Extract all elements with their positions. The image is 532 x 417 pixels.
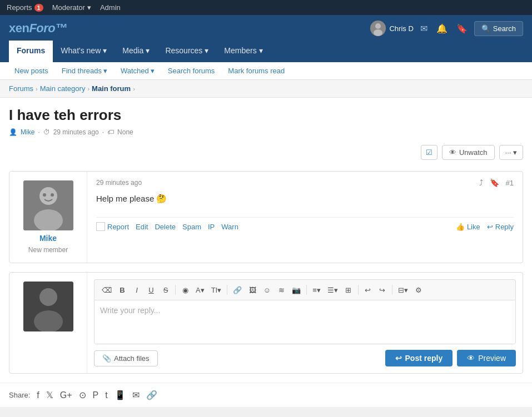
twitter-share-icon[interactable]: 𝕏 xyxy=(46,390,53,400)
spam-link[interactable]: Spam xyxy=(182,223,201,231)
share-bar: Share: f 𝕏 G+ ⊙ P t 📱 ✉ 🔗 xyxy=(0,383,532,407)
nav-watched[interactable]: Watched ▾ xyxy=(115,62,160,79)
reddit-share-icon[interactable]: ⊙ xyxy=(79,390,86,400)
user-info[interactable]: Chris D xyxy=(370,21,413,36)
nav-resources[interactable]: Resources ▾ xyxy=(157,41,216,62)
reply-sidebar xyxy=(9,273,87,373)
toolbar-template-button[interactable]: ⊟▾ xyxy=(395,283,411,297)
nav-members[interactable]: Members ▾ xyxy=(216,41,270,62)
editor-footer-right: ↩ Post reply 👁 Preview xyxy=(385,350,516,366)
nav-resources-chevron: ▾ xyxy=(205,46,208,55)
bookmark-post-icon[interactable]: 🔖 xyxy=(490,178,499,187)
alerts-icon[interactable]: 🔔 xyxy=(434,21,450,36)
toolbar-sep-5 xyxy=(392,285,392,295)
like-button[interactable]: 👍 Like xyxy=(456,223,480,231)
clock-icon: ⏱ xyxy=(43,128,50,136)
toolbar-eraser-button[interactable]: ⌫ xyxy=(99,283,115,297)
unwatch-button[interactable]: 👁 Unwatch xyxy=(442,145,495,160)
facebook-share-icon[interactable]: f xyxy=(37,390,39,400)
nav-media[interactable]: Media ▾ xyxy=(115,41,157,62)
delete-link[interactable]: Delete xyxy=(155,223,176,231)
search-forums-label: Search forums xyxy=(168,67,215,75)
toolbar-underline-button[interactable]: U xyxy=(145,283,158,297)
thread-time: 29 minutes ago xyxy=(53,128,99,136)
toolbar-font-size-button[interactable]: A▾ xyxy=(193,283,207,297)
toolbar-redo-button[interactable]: ↪ xyxy=(376,283,389,297)
post-sidebar: Mike New member xyxy=(9,172,87,263)
post-checkbox[interactable] xyxy=(96,222,105,231)
attach-files-button[interactable]: 📎 Attach files xyxy=(94,350,158,366)
tumblr-share-icon[interactable]: t xyxy=(105,390,107,400)
toolbar-italic-button[interactable]: I xyxy=(130,283,143,297)
share-post-icon[interactable]: ⤴ xyxy=(479,178,483,187)
toolbar-emoji-button[interactable]: ☺ xyxy=(260,283,274,297)
bookmarks-icon[interactable]: 🔖 xyxy=(454,21,470,36)
post-footer-actions: Report Edit Delete Spam IP Warn xyxy=(107,223,238,231)
toolbar-bold-button[interactable]: B xyxy=(116,283,129,297)
googleplus-share-icon[interactable]: G+ xyxy=(60,390,72,400)
reply-icon: ↩ xyxy=(487,223,493,231)
toolbar-link-button[interactable]: 🔗 xyxy=(230,283,245,297)
toolbar-align-button[interactable]: ≡▾ xyxy=(310,283,324,297)
pinterest-share-icon[interactable]: P xyxy=(93,390,99,400)
site-logo[interactable]: xenForo™ xyxy=(9,21,67,36)
warn-link[interactable]: Warn xyxy=(221,223,238,231)
toolbar-camera-button[interactable]: 📷 xyxy=(289,283,304,297)
nav-media-chevron: ▾ xyxy=(146,46,150,55)
svg-point-8 xyxy=(51,193,54,197)
report-link[interactable]: Report xyxy=(107,223,129,231)
nav-whats-new-label: What's new xyxy=(61,46,101,55)
nav-new-posts[interactable]: New posts xyxy=(9,62,54,79)
toolbar-image-button[interactable]: 🖼 xyxy=(246,283,259,297)
edit-link[interactable]: Edit xyxy=(136,223,148,231)
nav-mark-forums-read[interactable]: Mark forums read xyxy=(222,62,290,79)
nav-search-forums[interactable]: Search forums xyxy=(162,62,221,79)
nav-find-threads[interactable]: Find threads ▾ xyxy=(56,62,113,79)
toolbar-undo-button[interactable]: ↩ xyxy=(361,283,375,297)
link-share-icon[interactable]: 🔗 xyxy=(146,390,157,400)
breadcrumb-forums[interactable]: Forums xyxy=(9,84,33,93)
search-button[interactable]: 🔍 Search xyxy=(474,21,523,36)
post-time[interactable]: 29 minutes ago xyxy=(96,179,142,187)
post-body: Help me please 🤔 xyxy=(96,194,514,204)
email-share-icon[interactable]: ✉ xyxy=(132,390,140,400)
preview-label: Preview xyxy=(478,354,506,363)
toolbar-strikethrough-button[interactable]: S xyxy=(159,283,172,297)
breadcrumb-main-category[interactable]: Main category xyxy=(40,84,86,93)
editor-body[interactable]: Write your reply... xyxy=(94,300,516,344)
toolbar-settings-button[interactable]: ⚙ xyxy=(412,283,425,297)
toolbar-list-button[interactable]: ☰▾ xyxy=(325,283,341,297)
editor-toolbar: ⌫ B I U S ◉ A▾ TI▾ 🔗 🖼 ☺ ≋ 📷 ≡▾ ☰▾ ⊞ xyxy=(94,279,516,300)
more-options-button[interactable]: ··· ▾ xyxy=(499,145,523,160)
toolbar-text-format-button[interactable]: TI▾ xyxy=(208,283,225,297)
editor-footer: 📎 Attach files ↩ Post reply 👁 Preview xyxy=(94,350,516,366)
reply-inline-button[interactable]: ↩ Reply xyxy=(487,223,514,231)
whatsapp-share-icon[interactable]: 📱 xyxy=(115,390,126,400)
moderator-item[interactable]: Moderator ▾ xyxy=(52,3,91,12)
toolbar-media-button[interactable]: ≋ xyxy=(275,283,288,297)
like-label: Like xyxy=(467,223,480,231)
nav-whats-new[interactable]: What's new ▾ xyxy=(53,41,115,62)
ip-link[interactable]: IP xyxy=(208,223,215,231)
toolbar-sep-1 xyxy=(175,285,176,295)
nav-forums[interactable]: Forums xyxy=(9,41,53,62)
toolbar-table-button[interactable]: ⊞ xyxy=(342,283,355,297)
post-reply-button[interactable]: ↩ Post reply xyxy=(385,350,453,366)
reports-item[interactable]: Reports 1 xyxy=(7,3,43,12)
select-all-button[interactable]: ☑ xyxy=(421,145,437,160)
reply-avatar xyxy=(23,282,73,331)
thread-author[interactable]: Mike xyxy=(21,128,34,136)
thread-meta: 👤 Mike · ⏱ 29 minutes ago · 🏷 None xyxy=(9,128,523,136)
preview-button[interactable]: 👁 Preview xyxy=(457,350,516,366)
page-content: I have teh errors 👤 Mike · ⏱ 29 minutes … xyxy=(0,98,532,383)
post-reply-icon: ↩ xyxy=(395,354,402,363)
post-username[interactable]: Mike xyxy=(39,234,57,243)
admin-item[interactable]: Admin xyxy=(100,3,121,12)
reply-container: ⌫ B I U S ◉ A▾ TI▾ 🔗 🖼 ☺ ≋ 📷 ≡▾ ☰▾ ⊞ xyxy=(9,272,523,374)
messages-icon[interactable]: ✉ xyxy=(418,21,430,36)
nav-resources-label: Resources xyxy=(165,46,202,55)
logo-xen: xen xyxy=(9,21,29,35)
reports-label: Reports xyxy=(7,3,32,12)
toolbar-color-button[interactable]: ◉ xyxy=(178,283,192,297)
nav-media-label: Media xyxy=(122,46,143,55)
